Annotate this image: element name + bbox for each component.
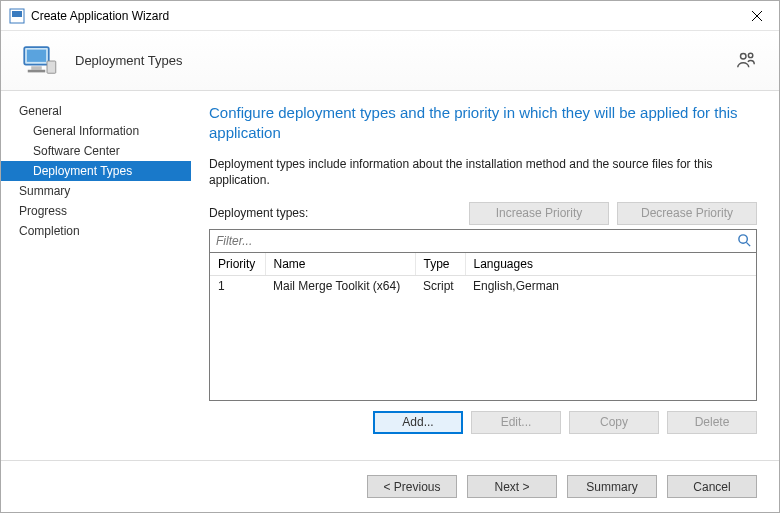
delete-button[interactable]: Delete <box>667 411 757 434</box>
table-header-row: Priority Name Type Languages <box>210 253 756 276</box>
table-row[interactable]: 1 Mail Merge Toolkit (x64) Script Englis… <box>210 275 756 296</box>
window-title: Create Application Wizard <box>31 9 734 23</box>
add-button[interactable]: Add... <box>373 411 463 434</box>
col-type[interactable]: Type <box>415 253 465 276</box>
increase-priority-button[interactable]: Increase Priority <box>469 202 609 225</box>
banner-subtitle: Deployment Types <box>75 53 182 68</box>
cell-priority: 1 <box>210 275 265 296</box>
sidebar-item-completion[interactable]: Completion <box>1 221 191 241</box>
col-priority[interactable]: Priority <box>210 253 265 276</box>
deployment-types-grid[interactable]: Priority Name Type Languages 1 Mail Merg… <box>209 253 757 401</box>
svg-rect-5 <box>27 49 46 61</box>
page-headline: Configure deployment types and the prior… <box>209 103 757 144</box>
row-action-buttons: Add... Edit... Copy Delete <box>209 411 757 434</box>
deployment-types-label: Deployment types: <box>209 206 308 220</box>
svg-rect-6 <box>31 66 42 70</box>
svg-point-9 <box>741 54 747 60</box>
sidebar-item-progress[interactable]: Progress <box>1 201 191 221</box>
page-description: Deployment types include information abo… <box>209 156 757 188</box>
body: General General Information Software Cen… <box>1 91 779 460</box>
sidebar: General General Information Software Cen… <box>1 91 191 460</box>
titlebar: Create Application Wizard <box>1 1 779 31</box>
people-icon <box>735 49 757 71</box>
next-button[interactable]: Next > <box>467 475 557 498</box>
previous-button[interactable]: < Previous <box>367 475 457 498</box>
svg-rect-7 <box>28 69 46 72</box>
banner: Deployment Types <box>1 31 779 91</box>
sidebar-item-software-center[interactable]: Software Center <box>1 141 191 161</box>
cell-name: Mail Merge Toolkit (x64) <box>265 275 415 296</box>
app-icon <box>9 8 25 24</box>
svg-point-10 <box>748 53 752 57</box>
summary-button[interactable]: Summary <box>567 475 657 498</box>
cell-languages: English,German <box>465 275 756 296</box>
filter-input[interactable] <box>209 229 757 253</box>
wizard-window: Create Application Wizard Deployment Typ… <box>0 0 780 513</box>
filter-wrap <box>209 229 757 253</box>
sidebar-item-general[interactable]: General <box>1 101 191 121</box>
svg-rect-1 <box>12 11 22 17</box>
decrease-priority-button[interactable]: Decrease Priority <box>617 202 757 225</box>
svg-rect-8 <box>47 61 56 73</box>
edit-button[interactable]: Edit... <box>471 411 561 434</box>
cell-type: Script <box>415 275 465 296</box>
close-button[interactable] <box>734 1 779 31</box>
col-languages[interactable]: Languages <box>465 253 756 276</box>
deployment-types-header-row: Deployment types: Increase Priority Decr… <box>209 202 757 225</box>
content-pane: Configure deployment types and the prior… <box>191 91 779 460</box>
col-name[interactable]: Name <box>265 253 415 276</box>
computer-icon <box>19 40 61 82</box>
copy-button[interactable]: Copy <box>569 411 659 434</box>
sidebar-item-general-information[interactable]: General Information <box>1 121 191 141</box>
cancel-button[interactable]: Cancel <box>667 475 757 498</box>
footer: < Previous Next > Summary Cancel <box>1 460 779 512</box>
sidebar-item-summary[interactable]: Summary <box>1 181 191 201</box>
sidebar-item-deployment-types[interactable]: Deployment Types <box>1 161 191 181</box>
